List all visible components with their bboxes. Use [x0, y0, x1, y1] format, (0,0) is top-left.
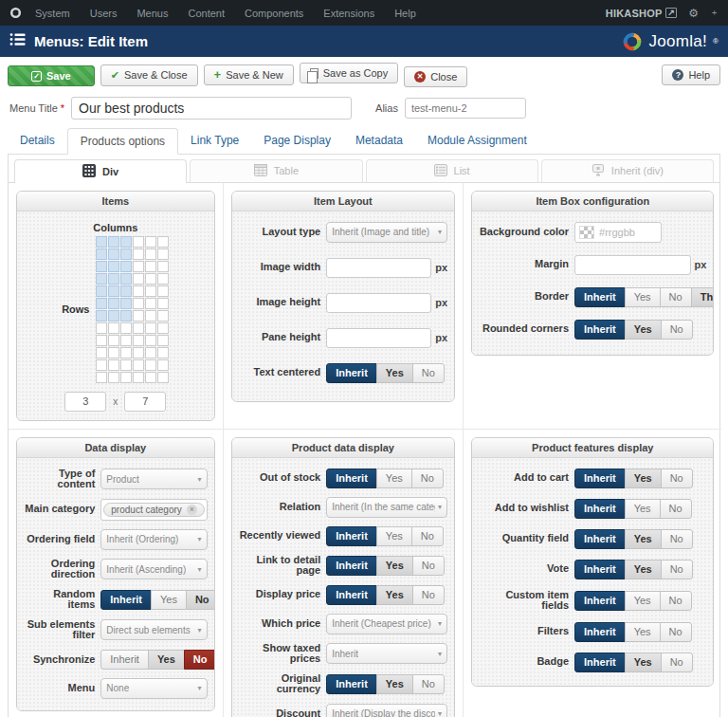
grid-cell[interactable] [96, 372, 107, 383]
link-to-detail-page-yes-button[interactable]: Yes [376, 556, 413, 576]
grid-cell[interactable] [157, 372, 169, 383]
menu-select[interactable]: None▾ [100, 678, 207, 699]
vote-no-button[interactable]: No [661, 560, 693, 579]
add-to-wishlist-inherit-button[interactable]: Inherit [574, 499, 626, 519]
grid-cell[interactable] [96, 298, 107, 309]
grid-cell[interactable] [120, 261, 132, 272]
border-thumbnail-button[interactable]: Thumbnail [691, 287, 715, 307]
grid-cell[interactable] [145, 322, 156, 334]
badge-no-button[interactable]: No [661, 653, 693, 672]
ordering-field-select[interactable]: Inherit (Ordering)▾ [100, 529, 207, 550]
type-of-content-select[interactable]: Product▾ [100, 469, 207, 489]
synchronize-inherit-button[interactable]: Inherit [100, 650, 149, 670]
grid-cell[interactable] [108, 322, 119, 334]
display-price-no-button[interactable]: No [412, 585, 445, 605]
grid-cell[interactable] [120, 359, 132, 371]
grid-cell[interactable] [108, 359, 119, 371]
grid-cell[interactable] [133, 335, 144, 346]
grid-cell[interactable] [157, 236, 169, 248]
border-no-button[interactable]: No [660, 287, 692, 307]
grid-cell[interactable] [145, 359, 156, 371]
grid-cell[interactable] [120, 310, 132, 322]
tab-details[interactable]: Details [8, 128, 67, 154]
link-to-detail-page-no-button[interactable]: No [412, 556, 445, 576]
layout-type-select[interactable]: Inherit (Image and title)▾ [326, 222, 447, 243]
quantity-field-yes-button[interactable]: Yes [625, 529, 662, 549]
grid-cell[interactable] [157, 359, 169, 371]
image-height-input[interactable] [326, 293, 431, 313]
custom-item-fields-yes-button[interactable]: Yes [625, 591, 661, 611]
grid-cell[interactable] [96, 248, 107, 260]
tab-module-assignment[interactable]: Module Assignment [415, 128, 539, 154]
tab-page-display[interactable]: Page Display [251, 128, 343, 154]
synchronize-no-button[interactable]: No [184, 650, 215, 670]
close-button[interactable]: ✕Close [404, 66, 467, 87]
filters-yes-button[interactable]: Yes [625, 622, 661, 642]
subtab-list[interactable]: List [366, 159, 538, 182]
grid-cell[interactable] [157, 322, 169, 334]
grid-cell[interactable] [133, 273, 144, 285]
text-centered-inherit-button[interactable]: Inherit [326, 363, 377, 383]
grid-cell[interactable] [145, 248, 156, 260]
menu-title-input[interactable] [71, 97, 352, 120]
grid-cell[interactable] [133, 236, 144, 248]
add-to-cart-no-button[interactable]: No [661, 469, 693, 488]
grid-cell[interactable] [96, 347, 107, 358]
admin-menu-help[interactable]: Help [394, 8, 416, 19]
add-to-cart-yes-button[interactable]: Yes [625, 469, 662, 488]
quantity-field-no-button[interactable]: No [661, 529, 693, 549]
filters-inherit-button[interactable]: Inherit [574, 622, 626, 642]
grid-cell[interactable] [157, 248, 169, 260]
columns-count-input[interactable] [64, 392, 106, 412]
tab-link-type[interactable]: Link Type [178, 128, 251, 154]
grid-cell[interactable] [120, 347, 132, 358]
save-close-button[interactable]: ✔Save & Close [100, 64, 198, 86]
save-as-copy-button[interactable]: Save as Copy [300, 63, 398, 83]
background-color-field[interactable]: #rrggbb [574, 222, 662, 243]
grid-cell[interactable] [108, 335, 119, 346]
grid-cell[interactable] [120, 285, 132, 297]
grid-cell[interactable] [96, 359, 107, 371]
out-of-stock-no-button[interactable]: No [411, 469, 444, 488]
grid-cell[interactable] [120, 372, 132, 383]
subtab-inherit-div[interactable]: Inherit (div) [541, 159, 714, 182]
save-button[interactable]: ✓Save [8, 65, 95, 86]
grid-cell[interactable] [157, 261, 169, 272]
grid-cell[interactable] [120, 236, 132, 248]
add-to-wishlist-no-button[interactable]: No [660, 499, 692, 519]
grid-cell[interactable] [108, 273, 119, 285]
random-items-yes-button[interactable]: Yes [151, 590, 187, 610]
ordering-direction-select[interactable]: Inherit (Ascending)▾ [100, 559, 207, 579]
random-items-no-button[interactable]: No [186, 590, 215, 610]
grid-cell[interactable] [96, 285, 107, 297]
grid-cell[interactable] [120, 273, 132, 285]
grid-cell[interactable] [96, 310, 107, 322]
show-taxed-prices-select[interactable]: Inherit▾ [326, 643, 447, 664]
rounded-corners-inherit-button[interactable]: Inherit [574, 320, 626, 340]
grid-cell[interactable] [96, 261, 107, 272]
grid-cell[interactable] [145, 347, 156, 358]
help-button[interactable]: ? Help [662, 64, 720, 85]
grid-cell[interactable] [96, 335, 107, 346]
out-of-stock-yes-button[interactable]: Yes [376, 469, 412, 488]
pane-height-input[interactable] [326, 328, 431, 348]
grid-cell[interactable] [133, 347, 144, 358]
subtab-table[interactable]: Table [190, 159, 362, 182]
grid-cell[interactable] [157, 285, 169, 297]
grid-cell[interactable] [133, 285, 144, 297]
admin-menu-menus[interactable]: Menus [136, 8, 168, 19]
grid-cell[interactable] [120, 298, 132, 309]
discount-select[interactable]: Inherit (Display the discount am...▾ [326, 704, 447, 717]
original-currency-inherit-button[interactable]: Inherit [326, 674, 377, 694]
grid-cell[interactable] [133, 248, 144, 260]
add-to-cart-inherit-button[interactable]: Inherit [574, 469, 626, 488]
link-to-detail-page-inherit-button[interactable]: Inherit [326, 556, 377, 576]
add-to-wishlist-yes-button[interactable]: Yes [625, 499, 661, 519]
admin-menu-system[interactable]: System [35, 8, 70, 19]
admin-menu-users[interactable]: Users [90, 8, 118, 19]
grid-cell[interactable] [157, 273, 169, 285]
original-currency-yes-button[interactable]: Yes [376, 674, 413, 694]
custom-item-fields-no-button[interactable]: No [660, 591, 692, 611]
admin-menu-extensions[interactable]: Extensions [323, 8, 374, 19]
admin-menu-content[interactable]: Content [188, 8, 225, 19]
